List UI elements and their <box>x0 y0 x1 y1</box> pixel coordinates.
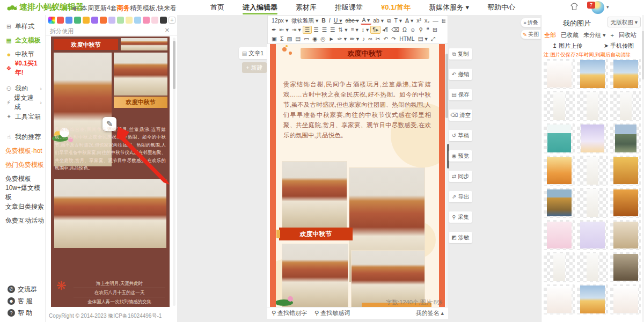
bold-button[interactable]: B <box>320 17 327 25</box>
tab-favorites[interactable]: 已收藏 <box>561 31 579 39</box>
image-thumbnail[interactable] <box>544 123 575 153</box>
color-swatch-light-purple[interactable] <box>108 17 115 24</box>
sidebar-item-my-recommend[interactable]: ☝我的推荐 <box>0 130 45 144</box>
color-swatch-green[interactable] <box>74 17 81 24</box>
image-thumbnail[interactable] <box>544 156 575 186</box>
table-button[interactable]: ⊞ <box>431 26 439 34</box>
image-thumbnail[interactable] <box>577 284 608 314</box>
redo-button[interactable]: ↷ <box>390 35 398 43</box>
editor-content[interactable]: 欢度中秋节 贵家结饰台榭,民间争占酒楼玩月,丝篁鼎沸,连宵嬉戏……古时中秋之夜全… <box>267 44 448 307</box>
image-thumbnail[interactable] <box>544 59 575 89</box>
font-family-select[interactable]: 微软雅黑 ▾ <box>290 17 320 25</box>
color-swatch-light-blue[interactable] <box>134 17 141 24</box>
image-thumbnail[interactable] <box>544 284 575 314</box>
nav-promo-price[interactable]: ¥0.1/首年 <box>381 0 411 15</box>
text-transform-button[interactable]: T ▾ <box>393 17 404 25</box>
phone-upload-button[interactable]: ➤ 手机传图 <box>604 42 634 50</box>
sidebar-item-free-template-hot[interactable]: 免费模板-hot <box>0 144 45 158</box>
strikethrough-button[interactable]: abc ▾ <box>343 17 360 25</box>
announcement[interactable]: 本周更新4套商务精美模板,快来看 <box>72 4 177 13</box>
copyright-free-dropdown[interactable]: 无版权图 ▾ <box>608 17 641 27</box>
sidebar-item-buy-promo[interactable]: ❖¥0.1买1年! <box>0 61 45 75</box>
tab-recycle-bin[interactable]: 回收站 <box>619 31 636 39</box>
template-preview[interactable]: 欢度中秋节 欢度中秋节 ✎ 贵家结饰台榭,民间争占酒楼玩月,丝篁鼎沸,连宵嬉戏…… <box>51 36 170 307</box>
image-thumbnail[interactable] <box>610 220 641 250</box>
sidebar-item-customer-service[interactable]: ☻客 服 <box>0 295 46 307</box>
side-save-button[interactable]: ▤保存 <box>449 89 472 100</box>
clear-format-button[interactable]: ⌫ <box>390 26 401 34</box>
image-thumbnail[interactable] <box>577 156 608 186</box>
image-thumbnail[interactable] <box>577 252 608 282</box>
nav-home[interactable]: 首页 <box>210 0 224 15</box>
sidebar-item-free-activity[interactable]: 免费互动活动 <box>0 214 45 228</box>
editor-scrollbar[interactable] <box>445 44 448 307</box>
find-typos-button[interactable]: ⚲ 查找错别字 <box>272 309 307 317</box>
letter-spacing-button[interactable]: A̲ ▾ <box>404 17 415 25</box>
side-undo-button[interactable]: ↶撤销 <box>449 69 472 80</box>
format-painter-button[interactable]: ✒ <box>270 26 278 34</box>
image-thumbnail[interactable] <box>610 188 641 218</box>
undo-button[interactable]: ↶ <box>382 35 390 43</box>
italic-button[interactable]: I <box>327 17 332 25</box>
align-justify-button[interactable]: ☰ <box>328 26 336 34</box>
image-thumbnail[interactable] <box>610 123 641 153</box>
image-thumbnail[interactable] <box>610 284 641 314</box>
pencil-button[interactable]: ✏ ▾ <box>348 35 361 43</box>
window-scrollbar[interactable] <box>642 15 644 322</box>
side-export-button[interactable]: ⇗导出 <box>449 191 472 202</box>
emoji-button[interactable]: ☺ <box>408 26 418 34</box>
tab-all[interactable]: 全部 <box>544 31 556 39</box>
subscript-button[interactable]: x₂ <box>423 17 431 25</box>
border-style-button[interactable]: ⧉ <box>385 17 393 25</box>
side-sensitive-button[interactable]: ◩涉敏 <box>449 232 472 243</box>
formula-button[interactable]: Σ <box>279 35 286 43</box>
nav-layout-course[interactable]: 排版课堂 <box>335 0 363 15</box>
outdent-button[interactable]: ⇤ ▾ <box>278 26 290 34</box>
camera-button[interactable]: ► <box>327 35 336 43</box>
notes-button[interactable]: ▤ ▾ <box>416 35 429 43</box>
collapse-panel-button[interactable]: » 折叠 <box>521 18 541 27</box>
ltr-paragraph-button[interactable]: ¶▸ <box>370 26 380 34</box>
record-button[interactable]: ◎ <box>319 35 327 43</box>
globe-button[interactable]: ◉ <box>311 35 319 43</box>
sidebar-item-article-category-search[interactable]: 文章归类搜索 <box>0 200 45 214</box>
color-swatch-light-yellow[interactable] <box>126 17 133 24</box>
quote-button[interactable]: ❝ <box>425 26 431 34</box>
align-center-button[interactable]: ☰ <box>312 26 320 34</box>
side-sync-button[interactable]: ⇄同步 <box>449 171 472 182</box>
rtl-paragraph-button[interactable]: ◂¶ <box>380 26 390 34</box>
sidebar-item-popular-free-template[interactable]: 热门免费模板 <box>0 158 45 172</box>
image-thumbnail[interactable] <box>610 156 641 186</box>
indent-button[interactable]: ⇥ ▾ <box>290 26 303 34</box>
new-article-button[interactable]: + 新建 <box>242 62 267 73</box>
link-button[interactable]: ∞ <box>367 35 374 43</box>
beautify-image-button[interactable]: ✎ 美图 <box>521 30 541 39</box>
upload-image-button[interactable]: ↥ 图片上传 <box>552 42 582 50</box>
color-swatch-light-pink[interactable] <box>151 17 158 24</box>
add-group-button[interactable]: + <box>611 32 614 39</box>
close-icon[interactable]: ✕ <box>165 27 170 34</box>
nav-help-center[interactable]: 帮助中心 <box>487 0 515 15</box>
article-paragraph[interactable]: 贵家结饰台榭,民间争占酒楼玩月,丝篁鼎沸,连宵嬉戏……古时中秋之夜全民庆祝,好不… <box>283 79 431 141</box>
new-doc-button[interactable]: ▤ <box>440 17 445 25</box>
image-thumbnail[interactable] <box>544 252 575 282</box>
cut-button[interactable]: ✂ <box>374 35 382 43</box>
music-button[interactable]: ♪ <box>361 35 367 43</box>
image-thumbnail[interactable] <box>544 91 575 121</box>
color-swatch-pink[interactable] <box>143 17 150 24</box>
side-preview-button[interactable]: ◉预览 <box>449 150 472 162</box>
side-draft-button[interactable]: ↺草稿 <box>449 130 472 141</box>
sidebar-item-10w-viral-template[interactable]: 10w+爆文模板 <box>0 186 45 200</box>
fullscreen-button[interactable]: ⤢ <box>429 35 437 43</box>
align-right-button[interactable]: ☰ <box>320 26 328 34</box>
article-photo-1[interactable] <box>282 161 347 229</box>
image-thumbnail[interactable] <box>577 59 608 89</box>
image-thumbnail[interactable] <box>610 59 641 89</box>
paragraph-spacing-button[interactable]: ≡ ▾ <box>349 26 360 34</box>
color-swatch-red[interactable] <box>57 17 64 24</box>
skin-theme-icon[interactable] <box>570 3 579 12</box>
color-swatch-light-green[interactable] <box>117 17 124 24</box>
letter-height-button[interactable]: ↕ ▾ <box>360 26 370 34</box>
horizontal-rule-button[interactable]: — <box>431 17 440 25</box>
preview-scrollbar[interactable] <box>173 38 175 306</box>
